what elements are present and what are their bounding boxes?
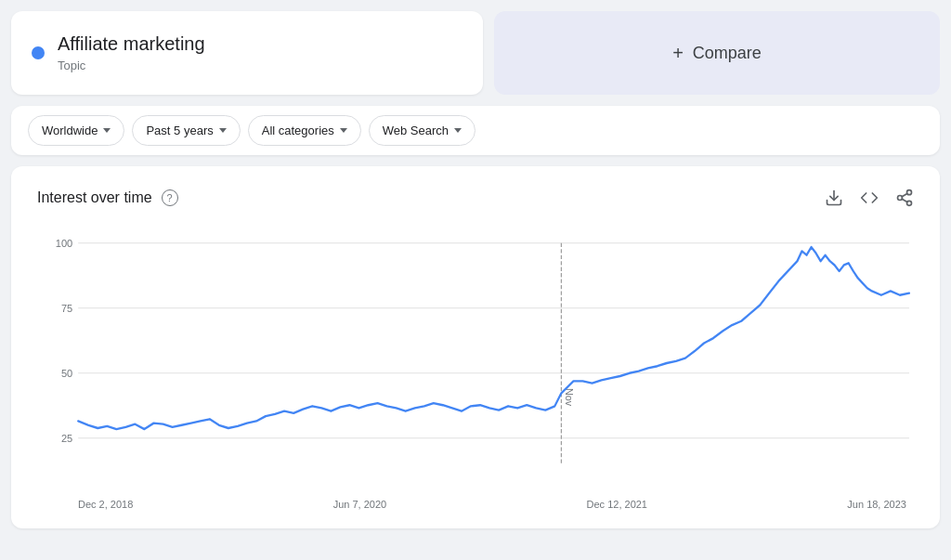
topic-dot [32, 46, 45, 59]
x-label-2: Dec 12, 2021 [587, 499, 647, 510]
topic-text-group: Affiliate marketing Topic [58, 33, 205, 72]
chart-card: Interest over time ? [11, 166, 940, 528]
compare-card[interactable]: + Compare [494, 11, 940, 95]
chart-line [78, 247, 909, 429]
filter-search-type-label: Web Search [383, 124, 449, 137]
x-label-0: Dec 2, 2018 [78, 499, 133, 510]
filters-bar: Worldwide Past 5 years All categories We… [11, 106, 940, 155]
chart-title: Interest over time [37, 189, 152, 206]
chart-svg: 100 75 50 25 Nov [37, 233, 914, 493]
chart-header: Interest over time ? [37, 189, 914, 207]
filter-category-label: All categories [262, 124, 334, 137]
chevron-down-icon [454, 128, 462, 133]
embed-icon[interactable] [860, 189, 879, 207]
filter-time-label: Past 5 years [146, 124, 213, 137]
topic-card: Affiliate marketing Topic [11, 11, 483, 95]
compare-plus-icon: + [672, 43, 684, 64]
chart-title-group: Interest over time ? [37, 189, 178, 206]
svg-text:Nov: Nov [564, 388, 574, 407]
topic-subtitle: Topic [58, 59, 205, 72]
svg-line-5 [902, 193, 907, 196]
topic-title: Affiliate marketing [58, 33, 205, 55]
x-label-3: Jun 18, 2023 [847, 499, 906, 510]
download-icon[interactable] [825, 189, 843, 207]
chart-actions [825, 189, 914, 207]
x-label-1: Jun 7, 2020 [333, 499, 387, 510]
share-icon[interactable] [895, 189, 914, 207]
chevron-down-icon [219, 128, 227, 133]
svg-text:50: 50 [61, 368, 72, 379]
filter-time[interactable]: Past 5 years [132, 115, 240, 146]
chevron-down-icon [340, 128, 347, 133]
filter-search-type[interactable]: Web Search [369, 115, 476, 146]
compare-label: Compare [693, 44, 762, 63]
svg-text:25: 25 [61, 433, 72, 444]
chevron-down-icon [103, 128, 111, 133]
filter-region[interactable]: Worldwide [28, 115, 124, 146]
filter-region-label: Worldwide [42, 124, 98, 137]
filter-category[interactable]: All categories [248, 115, 361, 146]
svg-line-4 [902, 199, 907, 202]
svg-text:75: 75 [61, 303, 72, 314]
x-labels: Dec 2, 2018 Jun 7, 2020 Dec 12, 2021 Jun… [37, 493, 914, 510]
svg-text:100: 100 [56, 238, 72, 249]
chart-area: 100 75 50 25 Nov [37, 233, 914, 493]
help-icon[interactable]: ? [162, 189, 178, 206]
